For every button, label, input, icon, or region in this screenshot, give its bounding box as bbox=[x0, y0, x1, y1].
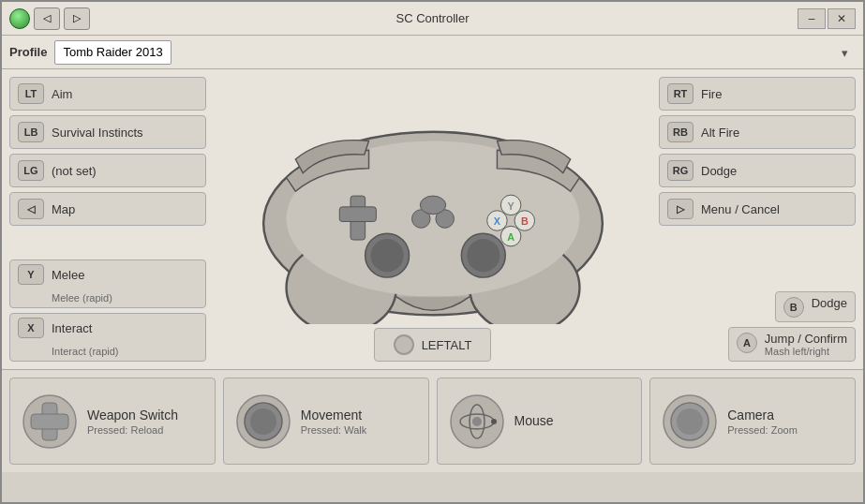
mouse-item[interactable]: Mouse bbox=[437, 378, 643, 465]
lt-button[interactable]: LT Aim bbox=[9, 77, 206, 111]
svg-point-34 bbox=[677, 408, 703, 435]
lb-button[interactable]: LB Survival Instincts bbox=[9, 115, 206, 149]
leftalt-button[interactable]: LEFTALT bbox=[374, 328, 492, 362]
y-button[interactable]: Y Melee Melee (rapid) bbox=[9, 259, 206, 308]
main-content: LT Aim LB Survival Instincts LG (not set… bbox=[2, 69, 863, 369]
stick2-icon bbox=[662, 393, 718, 450]
x-badge: X bbox=[18, 318, 44, 338]
profile-select-wrapper: Tomb Raider 2013 bbox=[54, 40, 856, 65]
back-button[interactable]: ◁ bbox=[34, 7, 60, 30]
svg-text:Y: Y bbox=[507, 200, 514, 212]
svg-text:A: A bbox=[507, 231, 515, 243]
dpad-badge: ◁ bbox=[18, 199, 44, 219]
weapon-switch-text: Weapon Switch Pressed: Reload bbox=[87, 408, 178, 436]
bottom-bar: Weapon Switch Pressed: Reload Movement P… bbox=[2, 369, 863, 472]
lt-label: Aim bbox=[52, 87, 72, 101]
a-button[interactable]: A Jump / Confirm Mash left/right bbox=[728, 327, 856, 362]
gyro-icon bbox=[449, 393, 505, 450]
y-label: Melee bbox=[52, 268, 84, 282]
profile-bar: Profile Tomb Raider 2013 bbox=[2, 36, 863, 69]
y-sub: Melee (rapid) bbox=[52, 292, 112, 304]
camera-sub: Pressed: Zoom bbox=[727, 424, 798, 436]
window-title: SC Controller bbox=[395, 11, 469, 25]
controller-image: Y X B A bbox=[246, 77, 620, 324]
svg-rect-5 bbox=[339, 207, 376, 222]
leftalt-label: LEFTALT bbox=[422, 338, 472, 352]
svg-point-26 bbox=[250, 408, 276, 435]
right-panel: RT Fire RB Alt Fire RG Dodge ▷ Menu / Ca… bbox=[659, 77, 856, 362]
lg-badge: LG bbox=[18, 160, 44, 181]
x-label: Interact bbox=[52, 321, 92, 335]
dpad-icon bbox=[22, 393, 78, 450]
movement-text: Movement Pressed: Walk bbox=[301, 408, 367, 436]
dpad-label: Map bbox=[52, 202, 75, 216]
a-text: Jump / Confirm Mash left/right bbox=[765, 332, 847, 357]
mouse-title: Mouse bbox=[515, 413, 554, 428]
lt-badge: LT bbox=[18, 83, 44, 104]
rb-label: Alt Fire bbox=[701, 126, 739, 140]
leftalt-icon bbox=[394, 334, 414, 355]
rb-button[interactable]: RB Alt Fire bbox=[659, 115, 856, 149]
lg-label: (not set) bbox=[52, 164, 97, 178]
rg-button[interactable]: RG Dodge bbox=[659, 154, 856, 187]
lb-badge: LB bbox=[18, 122, 44, 142]
close-button[interactable] bbox=[9, 8, 30, 29]
lb-label: Survival Instincts bbox=[52, 126, 143, 140]
left-panel: LT Aim LB Survival Instincts LG (not set… bbox=[9, 77, 206, 362]
dpad-button[interactable]: ◁ Map bbox=[9, 192, 206, 226]
rb-badge: RB bbox=[667, 122, 693, 142]
svg-point-9 bbox=[467, 239, 500, 272]
center-panel: Y X B A LEFTALT bbox=[214, 77, 651, 362]
b-text: Dodge bbox=[812, 296, 847, 310]
a-badge: A bbox=[737, 333, 757, 353]
svg-point-31 bbox=[491, 419, 497, 424]
rt-button[interactable]: RT Fire bbox=[659, 77, 856, 111]
window-close-button[interactable]: ✕ bbox=[828, 8, 856, 29]
camera-item[interactable]: Camera Pressed: Zoom bbox=[649, 378, 856, 465]
movement-sub: Pressed: Walk bbox=[301, 424, 367, 436]
a-sub: Mash left/right bbox=[765, 346, 847, 357]
b-label: Dodge bbox=[812, 296, 847, 310]
titlebar-controls: ◁ ▷ bbox=[9, 7, 90, 30]
mouse-text: Mouse bbox=[515, 413, 554, 430]
svg-text:B: B bbox=[520, 215, 528, 227]
movement-title: Movement bbox=[301, 408, 367, 422]
svg-point-12 bbox=[420, 196, 445, 215]
stick-icon bbox=[235, 393, 291, 450]
titlebar: ◁ ▷ SC Controller – ✕ bbox=[2, 2, 863, 36]
camera-text: Camera Pressed: Zoom bbox=[727, 408, 798, 436]
svg-text:X: X bbox=[493, 215, 500, 227]
b-badge: B bbox=[783, 297, 804, 318]
rt-label: Fire bbox=[701, 87, 722, 101]
menu-badge: ▷ bbox=[667, 199, 693, 219]
profile-label: Profile bbox=[9, 45, 47, 59]
weapon-switch-item[interactable]: Weapon Switch Pressed: Reload bbox=[9, 378, 216, 465]
svg-point-30 bbox=[472, 417, 482, 426]
x-button[interactable]: X Interact Interact (rapid) bbox=[9, 313, 206, 362]
weapon-switch-sub: Pressed: Reload bbox=[87, 424, 178, 436]
x-sub: Interact (rapid) bbox=[52, 346, 119, 357]
minimize-button[interactable]: – bbox=[798, 8, 826, 29]
movement-item[interactable]: Movement Pressed: Walk bbox=[223, 378, 429, 465]
camera-title: Camera bbox=[727, 408, 798, 422]
y-badge: Y bbox=[18, 264, 44, 285]
lg-button[interactable]: LG (not set) bbox=[9, 154, 206, 187]
a-label: Jump / Confirm bbox=[765, 332, 847, 346]
menu-button[interactable]: ▷ Menu / Cancel bbox=[659, 192, 856, 226]
forward-button[interactable]: ▷ bbox=[64, 7, 90, 30]
rg-label: Dodge bbox=[701, 164, 737, 178]
svg-rect-23 bbox=[31, 414, 68, 429]
svg-point-7 bbox=[370, 239, 403, 272]
b-button[interactable]: B Dodge bbox=[775, 291, 856, 322]
rg-badge: RG bbox=[667, 160, 693, 181]
rt-badge: RT bbox=[667, 83, 693, 104]
menu-label: Menu / Cancel bbox=[701, 202, 780, 216]
profile-select[interactable]: Tomb Raider 2013 bbox=[54, 40, 172, 65]
weapon-switch-title: Weapon Switch bbox=[87, 408, 178, 422]
window-controls: – ✕ bbox=[798, 8, 856, 29]
